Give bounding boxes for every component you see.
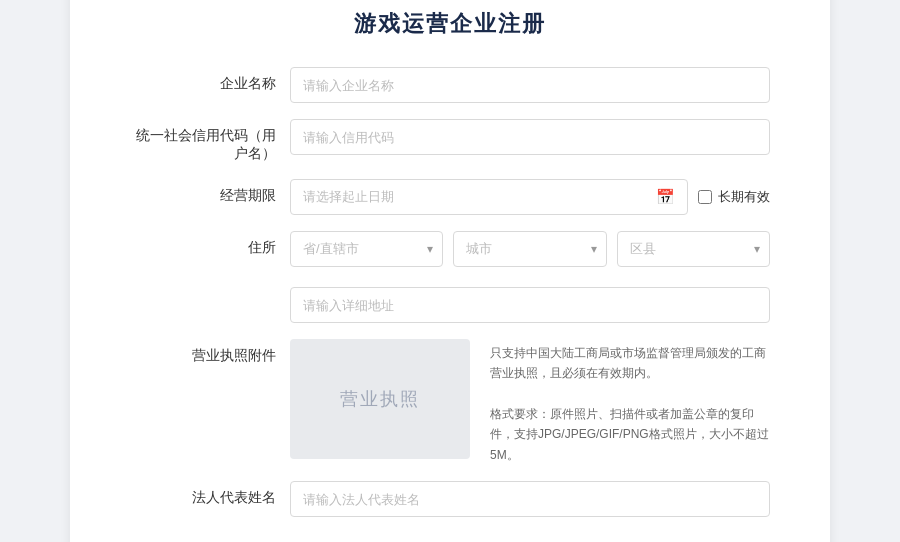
license-row: 营业执照附件 营业执照 只支持中国大陆工商局或市场监督管理局颁发的工商营业执照，… [130, 339, 770, 465]
address-label: 住所 [130, 231, 290, 257]
business-period-row: 经营期限 请选择起止日期 📅 长期有效 [130, 179, 770, 215]
date-placeholder: 请选择起止日期 [303, 188, 394, 206]
credit-code-wrap [290, 119, 770, 155]
province-wrap: 省/直辖市 ▾ [290, 231, 443, 267]
address-selects-row: 省/直辖市 ▾ 城市 ▾ 区县 ▾ [290, 231, 770, 267]
address-detail-input[interactable] [290, 287, 770, 323]
legal-rep-wrap [290, 481, 770, 517]
credit-code-label: 统一社会信用代码（用户名） [130, 119, 290, 163]
long-valid-label: 长期有效 [718, 188, 770, 206]
page-title: 游戏运营企业注册 [130, 9, 770, 39]
province-select[interactable]: 省/直辖市 [290, 231, 443, 267]
calendar-icon: 📅 [656, 188, 675, 206]
license-description: 只支持中国大陆工商局或市场监督管理局颁发的工商营业执照，且必须在有效期内。 格式… [490, 339, 770, 465]
credit-code-row: 统一社会信用代码（用户名） [130, 119, 770, 163]
form-card: 游戏运营企业注册 企业名称 统一社会信用代码（用户名） 经营期限 请选择起止日期… [70, 0, 830, 542]
district-select[interactable]: 区县 [617, 231, 770, 267]
address-row: 住所 省/直辖市 ▾ 城市 ▾ 区县 [130, 231, 770, 323]
city-wrap: 城市 ▾ [453, 231, 606, 267]
business-period-label: 经营期限 [130, 179, 290, 205]
company-name-row: 企业名称 [130, 67, 770, 103]
address-wrap: 省/直辖市 ▾ 城市 ▾ 区县 ▾ [290, 231, 770, 323]
license-upload-box[interactable]: 营业执照 [290, 339, 470, 459]
company-name-input[interactable] [290, 67, 770, 103]
legal-rep-label: 法人代表姓名 [130, 481, 290, 507]
license-wrap: 营业执照 只支持中国大陆工商局或市场监督管理局颁发的工商营业执照，且必须在有效期… [290, 339, 770, 465]
legal-rep-row: 法人代表姓名 [130, 481, 770, 517]
company-name-wrap [290, 67, 770, 103]
date-input[interactable]: 请选择起止日期 📅 [290, 179, 688, 215]
district-wrap: 区县 ▾ [617, 231, 770, 267]
long-valid-checkbox[interactable] [698, 190, 712, 204]
legal-rep-input[interactable] [290, 481, 770, 517]
license-upload-text: 营业执照 [340, 387, 420, 411]
credit-code-input[interactable] [290, 119, 770, 155]
date-row: 请选择起止日期 📅 长期有效 [290, 179, 770, 215]
long-valid-wrap: 长期有效 [698, 188, 770, 206]
business-period-wrap: 请选择起止日期 📅 长期有效 [290, 179, 770, 215]
attachment-row: 营业执照 只支持中国大陆工商局或市场监督管理局颁发的工商营业执照，且必须在有效期… [290, 339, 770, 465]
city-select[interactable]: 城市 [453, 231, 606, 267]
license-label: 营业执照附件 [130, 339, 290, 365]
company-name-label: 企业名称 [130, 67, 290, 93]
